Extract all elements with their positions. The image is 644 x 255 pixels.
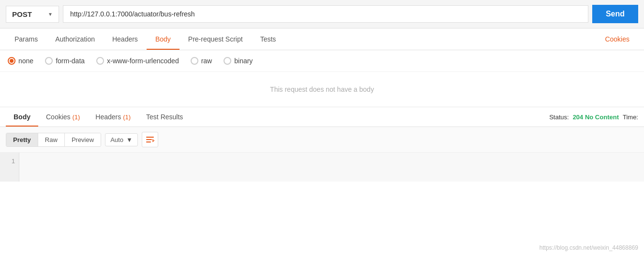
tab-params[interactable]: Params [6,28,46,50]
svg-rect-2 [146,142,151,142]
auto-chevron-icon: ▼ [126,136,133,143]
method-select[interactable]: POST ▼ [6,6,59,23]
auto-label: Auto [110,136,123,143]
time-label: Time: [623,113,638,121]
radio-form-data-label: form-data [56,57,85,65]
wrap-button[interactable] [142,132,158,147]
tab-pre-request-script[interactable]: Pre-request Script [180,28,252,50]
response-tab-test-results[interactable]: Test Results [138,107,191,127]
radio-none-circle [8,57,15,65]
code-content[interactable] [19,153,644,182]
format-tab-preview[interactable]: Preview [65,133,101,146]
status-label: Status: [549,113,569,121]
radio-urlencoded-label: x-www-form-urlencoded [107,57,179,65]
format-tab-raw[interactable]: Raw [38,133,65,146]
url-input[interactable] [63,5,588,23]
response-tab-body[interactable]: Body [6,107,38,127]
auto-select[interactable]: Auto ▼ [105,133,138,146]
no-body-message: This request does not have a body [0,72,644,107]
tab-tests[interactable]: Tests [252,28,285,50]
response-toolbar: Pretty Raw Preview Auto ▼ [0,127,644,153]
tab-headers[interactable]: Headers [104,28,147,50]
radio-binary-circle [224,57,231,65]
radio-raw-circle [191,57,198,65]
radio-raw-label: raw [201,57,212,65]
radio-none-label: none [18,57,33,65]
headers-badge: (1) [123,113,131,121]
method-chevron: ▼ [48,12,53,17]
svg-rect-0 [146,137,154,138]
radio-none[interactable]: none [8,57,33,65]
top-bar: POST ▼ Send [0,0,644,28]
code-area: 1 [0,153,644,182]
tab-cookies[interactable]: Cookies [596,28,638,50]
format-tabs: Pretty Raw Preview [6,133,101,147]
radio-form-data-circle [45,57,53,65]
status-value: 204 No Content [573,113,619,121]
response-section: Body Cookies (1) Headers (1) Test Result… [0,107,644,182]
radio-raw[interactable]: raw [191,57,212,65]
radio-form-data[interactable]: form-data [45,57,85,65]
request-tabs: Params Authorization Headers Body Pre-re… [0,28,644,50]
body-types: none form-data x-www-form-urlencoded raw… [0,50,644,72]
format-tab-pretty[interactable]: Pretty [6,133,38,146]
response-tab-cookies[interactable]: Cookies (1) [38,107,88,127]
watermark: https://blog.csdn.net/weixin_44868869 [539,244,638,251]
wrap-icon [145,135,155,144]
radio-urlencoded[interactable]: x-www-form-urlencoded [96,57,179,65]
response-tab-headers[interactable]: Headers (1) [88,107,138,127]
cookies-badge: (1) [72,113,80,121]
radio-binary[interactable]: binary [224,57,253,65]
response-tabs: Body Cookies (1) Headers (1) Test Result… [0,107,644,127]
response-meta: Status: 204 No Content Time: [549,113,638,121]
svg-rect-1 [146,139,152,140]
line-numbers: 1 [0,153,19,182]
tab-authorization[interactable]: Authorization [46,28,104,50]
radio-binary-label: binary [234,57,253,65]
radio-urlencoded-circle [96,57,104,65]
send-button[interactable]: Send [592,5,638,23]
method-label: POST [12,10,32,18]
tab-body[interactable]: Body [147,28,180,50]
line-number-1: 1 [12,157,15,165]
